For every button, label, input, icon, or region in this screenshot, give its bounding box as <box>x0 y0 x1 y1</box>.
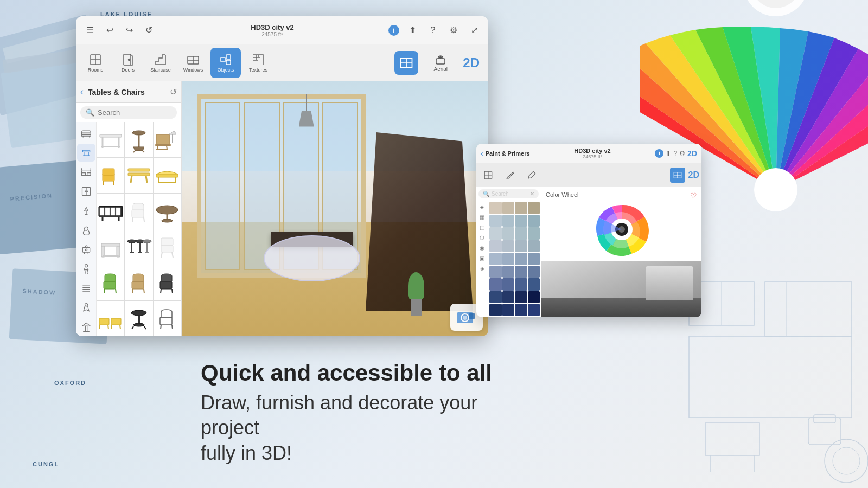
sw-cat-5[interactable]: ◉ <box>477 243 487 253</box>
rooms-tool[interactable]: Rooms <box>80 48 111 78</box>
color-swatch[interactable] <box>489 266 502 278</box>
cat-bed[interactable] <box>77 163 95 181</box>
sw-cat-4[interactable]: ⬡ <box>477 233 487 242</box>
refresh-panel-button[interactable]: ↺ <box>170 87 177 97</box>
sw-settings-button[interactable]: ⚙ <box>679 150 685 157</box>
color-swatch[interactable] <box>528 227 540 240</box>
sw-back-button[interactable]: ‹ <box>481 149 483 158</box>
cat-figure[interactable] <box>77 260 95 278</box>
sw-eyedropper-tool[interactable] <box>522 165 541 185</box>
item-green-chair[interactable] <box>97 265 124 300</box>
color-swatch[interactable] <box>502 317 515 318</box>
sw-cat-7[interactable]: ◈ <box>477 264 487 273</box>
color-swatch[interactable] <box>515 215 527 227</box>
color-swatch[interactable] <box>515 278 527 291</box>
cat-sofa[interactable] <box>77 124 95 143</box>
color-swatch[interactable] <box>528 317 540 318</box>
settings-button[interactable]: ⚙ <box>446 23 461 38</box>
color-swatch[interactable] <box>489 240 502 253</box>
item-table-2[interactable] <box>97 229 124 265</box>
cat-toy[interactable] <box>77 221 95 240</box>
color-swatch[interactable] <box>489 253 502 265</box>
objects-tool[interactable]: Objects <box>210 48 241 78</box>
cat-wardrobe[interactable] <box>77 182 95 201</box>
color-swatch[interactable] <box>528 266 540 278</box>
sw-rooms-tool[interactable] <box>478 165 498 185</box>
info-button[interactable]: i <box>388 25 399 36</box>
color-swatch[interactable] <box>489 317 502 318</box>
item-brown-chair[interactable] <box>125 265 152 300</box>
color-swatch[interactable] <box>528 240 540 253</box>
active-texture-icon[interactable] <box>394 51 418 75</box>
color-swatch[interactable] <box>489 215 502 227</box>
item-white-chair[interactable] <box>125 194 152 229</box>
color-swatch[interactable] <box>502 304 515 316</box>
sw-brush-tool[interactable] <box>500 165 520 185</box>
undo-button[interactable]: ↩ <box>102 23 117 38</box>
color-swatch[interactable] <box>528 278 540 291</box>
cat-office[interactable] <box>77 240 95 259</box>
color-swatch[interactable] <box>515 240 527 253</box>
color-swatch[interactable] <box>528 253 540 265</box>
sw-help-button[interactable]: ? <box>673 150 677 157</box>
search-input[interactable] <box>98 108 189 117</box>
color-swatch[interactable] <box>502 266 515 278</box>
color-wheel-heart[interactable]: ♡ <box>690 191 697 200</box>
color-swatch[interactable] <box>502 202 515 214</box>
item-yellow-chairs[interactable] <box>97 301 124 336</box>
item-bar[interactable] <box>97 194 124 229</box>
color-swatch[interactable] <box>515 304 527 316</box>
refresh-button[interactable]: ↺ <box>141 23 156 38</box>
color-swatch[interactable] <box>515 317 527 318</box>
item-table-lamp[interactable] <box>154 122 181 157</box>
color-swatch[interactable] <box>528 304 540 316</box>
sw-share-button[interactable]: ⬆ <box>666 150 671 157</box>
view-mode-2d[interactable]: 2D <box>463 55 484 70</box>
sw-cat-3[interactable]: ◫ <box>477 222 487 232</box>
sw-clear-icon[interactable]: ✕ <box>530 191 534 197</box>
color-swatch[interactable] <box>515 266 527 278</box>
color-swatch[interactable] <box>528 202 540 214</box>
sw-cat-2[interactable]: ▦ <box>477 212 487 222</box>
color-swatch[interactable] <box>502 278 515 291</box>
color-swatch[interactable] <box>515 253 527 265</box>
color-swatch[interactable] <box>502 215 515 227</box>
textures-tool[interactable]: Textures <box>243 48 273 78</box>
item-dark-stool[interactable] <box>125 301 152 336</box>
item-dark-chair[interactable] <box>154 265 181 300</box>
sw-cat-1[interactable]: ◈ <box>477 202 487 211</box>
color-swatch[interactable] <box>489 227 502 240</box>
color-swatch[interactable] <box>515 202 527 214</box>
color-swatch[interactable] <box>528 291 540 304</box>
share-button[interactable]: ⬆ <box>405 23 420 38</box>
color-swatch[interactable] <box>502 227 515 240</box>
color-wheel-svg[interactable] <box>595 202 649 256</box>
sw-view-mode-2d[interactable]: 2D <box>688 170 699 180</box>
item-yellow-table[interactable] <box>125 158 152 193</box>
sw-search-bar[interactable]: 🔍 Search ✕ <box>478 189 539 198</box>
windows-tool[interactable]: Windows <box>178 48 208 78</box>
item-high-chair[interactable] <box>154 229 181 265</box>
doors-tool[interactable]: Doors <box>113 48 143 78</box>
cat-outdoor[interactable] <box>77 318 95 336</box>
cat-grid[interactable] <box>77 279 95 298</box>
redo-button[interactable]: ↪ <box>122 23 137 38</box>
sw-cat-6[interactable]: ▣ <box>477 253 487 263</box>
color-swatch[interactable] <box>489 291 502 304</box>
color-swatch[interactable] <box>502 291 515 304</box>
cat-tables[interactable] <box>77 144 95 162</box>
help-button[interactable]: ? <box>425 23 441 38</box>
color-swatch[interactable] <box>502 253 515 265</box>
color-swatch[interactable] <box>489 202 502 214</box>
sw-view-mode[interactable]: 2D <box>687 149 697 158</box>
color-swatch[interactable] <box>502 240 515 253</box>
sw-info-button[interactable]: i <box>655 149 663 158</box>
item-yellow-bench[interactable] <box>154 158 181 193</box>
item-bar-stool[interactable] <box>125 122 152 157</box>
item-white-table[interactable] <box>97 122 124 157</box>
color-swatch[interactable] <box>528 215 540 227</box>
item-stools-row[interactable] <box>125 229 152 265</box>
cat-lamp[interactable] <box>77 202 95 220</box>
item-yellow-chair[interactable] <box>97 158 124 193</box>
menu-button[interactable]: ☰ <box>82 23 98 38</box>
